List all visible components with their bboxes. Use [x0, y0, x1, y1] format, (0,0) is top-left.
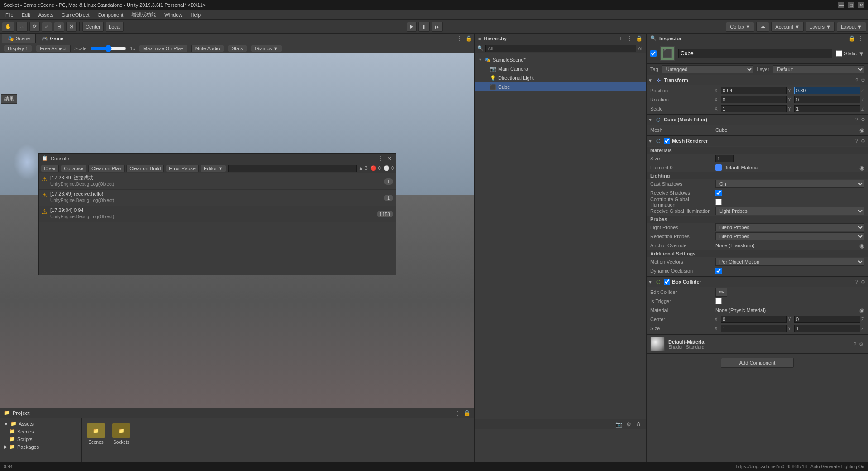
light-probes-select[interactable]: Blend Probes Off Use Proxy Volume [715, 223, 864, 231]
motion-vectors-select[interactable]: Per Object Motion Camera Motion Only For… [715, 258, 864, 266]
rotation-y-input[interactable] [794, 96, 860, 103]
mat-elem0-select-btn[interactable]: ◉ [859, 164, 864, 171]
console-error-pause-btn[interactable]: Error Pause [166, 165, 199, 172]
hierarchy-lock-btn[interactable]: 🔒 [635, 35, 643, 42]
meshrenderer-header[interactable]: ▼ ⬡ Mesh Renderer ? ⚙ [647, 136, 868, 146]
project-lock-btn[interactable]: 🔒 [463, 409, 470, 417]
layer-select[interactable]: Default [773, 65, 864, 73]
tab-more-btn[interactable]: ⋮ [456, 35, 463, 42]
default-mat-help-btn[interactable]: ? [853, 341, 857, 347]
step-button[interactable]: ⏭ [432, 22, 443, 32]
meshfilter-settings-btn[interactable]: ⚙ [860, 117, 866, 123]
tool-rotate[interactable]: ⟳ [29, 22, 40, 32]
dynamic-occlusion-checkbox[interactable] [715, 268, 722, 274]
center-y-input[interactable] [794, 316, 860, 323]
boxcollider-header[interactable]: ▼ ⬡ Box Collider ? ⚙ [647, 277, 868, 287]
inspector-more-btn[interactable]: ⋮ [857, 35, 864, 42]
obj-active-checkbox[interactable] [650, 50, 657, 57]
meshfilter-help-btn[interactable]: ? [854, 117, 859, 123]
console-entry-3[interactable]: ⚠ [17:29:04] 0.94 UnityEngine.Debug:Log(… [39, 206, 396, 222]
contribute-gi-checkbox[interactable] [715, 199, 722, 205]
boxcollider-settings-btn[interactable]: ⚙ [860, 279, 866, 285]
console-search-input[interactable] [228, 165, 357, 172]
close-button[interactable]: ✕ [858, 2, 864, 8]
scale-x-input[interactable] [721, 105, 787, 112]
hierarchy-add-btn[interactable]: + [617, 35, 624, 42]
boxsize-y-input[interactable] [794, 325, 860, 332]
tool-transform[interactable]: ⊠ [66, 22, 77, 32]
receive-shadows-checkbox[interactable] [715, 190, 722, 196]
folder-scripts[interactable]: 📁 Scripts [0, 435, 81, 443]
hierarchy-more-btn[interactable]: ⋮ [626, 35, 633, 42]
console-close-btn[interactable]: ✕ [386, 155, 393, 162]
lower-icon-btn2[interactable]: ⚙ [624, 420, 633, 428]
aspect-dropdown[interactable]: Free Aspect [36, 45, 71, 52]
hierarchy-search-input[interactable] [485, 45, 636, 52]
folder-packages[interactable]: ▶ 📁 Packages [0, 443, 81, 451]
boxcollider-checkbox[interactable] [664, 279, 670, 285]
default-mat-header[interactable]: Default-Material Shader Standard ? ⚙ [647, 334, 868, 353]
cloud-button[interactable]: ☁ [756, 22, 769, 32]
menu-file[interactable]: File [2, 11, 17, 19]
position-y-input[interactable] [794, 87, 860, 94]
menu-component[interactable]: Component [94, 11, 127, 19]
layers-button[interactable]: Layers ▼ [806, 22, 835, 32]
position-x-input[interactable] [721, 87, 787, 94]
console-collapse-btn[interactable]: Collapse [61, 165, 86, 172]
hierarchy-item-samplescene[interactable]: ▼ 🎭 SampleScene* [475, 55, 646, 64]
tool-scale[interactable]: ⤢ [42, 22, 52, 32]
scale-y-input[interactable] [794, 105, 860, 112]
display-dropdown[interactable]: Display 1 [4, 45, 32, 52]
edit-collider-btn[interactable]: ✏ [715, 288, 727, 297]
anchor-override-select-btn[interactable]: ◉ [859, 242, 864, 249]
add-component-button[interactable]: Add Component [721, 358, 794, 368]
account-button[interactable]: Account ▼ [771, 22, 804, 32]
hierarchy-item-directionallight[interactable]: 💡 Directional Light [475, 73, 646, 82]
receive-gi-select[interactable]: Light Probes Lightmaps [715, 207, 864, 215]
tool-hand[interactable]: ✋ [2, 22, 14, 32]
menu-window[interactable]: Window [161, 11, 186, 19]
meshrenderer-checkbox[interactable] [664, 138, 670, 144]
rotation-x-input[interactable] [721, 96, 787, 103]
pause-button[interactable]: ⏸ [418, 22, 430, 32]
maximize-button[interactable]: □ [848, 2, 854, 8]
folder-assets[interactable]: ▼ 📁 Assets [0, 420, 81, 428]
tool-rect[interactable]: ⊞ [54, 22, 64, 32]
transform-help-btn[interactable]: ? [854, 77, 859, 83]
console-entry-1[interactable]: ⚠ [17:28:49] 连接成功！ UnityEngine.Debug:Log… [39, 173, 396, 190]
menu-gameobject[interactable]: GameObject [58, 11, 93, 19]
default-mat-settings-btn[interactable]: ⚙ [858, 341, 864, 347]
mesh-select-btn[interactable]: ◉ [859, 127, 864, 134]
console-clear-on-play-btn[interactable]: Clear on Play [88, 165, 125, 172]
stats-btn[interactable]: Stats [228, 45, 247, 52]
mat-size-input[interactable] [715, 155, 734, 162]
console-more-btn[interactable]: ⋮ [377, 155, 384, 162]
boxsize-x-input[interactable] [721, 325, 787, 332]
tab-scene[interactable]: 🎭 Scene [2, 34, 36, 43]
obj-name-input[interactable] [678, 49, 832, 58]
center-x-input[interactable] [721, 316, 787, 323]
console-clear-on-build-btn[interactable]: Clear on Build [126, 165, 164, 172]
hierarchy-item-cube[interactable]: ⬛ Cube [475, 82, 646, 91]
asset-item-scenes[interactable]: 📁 Scenes [85, 422, 107, 458]
gizmos-btn[interactable]: Gizmos ▼ [251, 45, 282, 52]
scale-slider[interactable] [90, 45, 126, 52]
minimize-button[interactable]: — [838, 2, 844, 8]
meshrenderer-settings-btn[interactable]: ⚙ [860, 138, 866, 144]
center-button[interactable]: Center [82, 22, 104, 32]
is-trigger-checkbox[interactable] [715, 298, 722, 304]
console-clear-btn[interactable]: Clear [41, 165, 59, 172]
layout-button[interactable]: Layout ▼ [837, 22, 866, 32]
mute-audio-btn[interactable]: Mute Audio [191, 45, 224, 52]
hierarchy-item-maincamera[interactable]: 📷 Main Camera [475, 64, 646, 73]
reflection-probes-select[interactable]: Blend Probes Off Simple [715, 232, 864, 240]
collab-button[interactable]: Collab ▼ [726, 22, 754, 32]
asset-item-sockets[interactable]: 📁 Sockets [110, 422, 132, 458]
collider-material-select-btn[interactable]: ◉ [859, 307, 864, 314]
inspector-lock-btn[interactable]: 🔒 [848, 35, 855, 42]
play-button[interactable]: ▶ [407, 22, 417, 32]
lower-icon-btn1[interactable]: 📷 [614, 420, 623, 428]
meshrenderer-help-btn[interactable]: ? [854, 138, 859, 144]
menu-edit[interactable]: Edit [18, 11, 34, 19]
project-more-btn[interactable]: ⋮ [454, 409, 461, 417]
